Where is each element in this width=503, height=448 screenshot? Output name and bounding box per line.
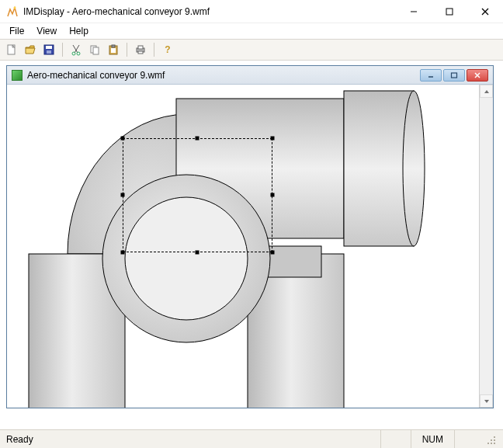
svg-point-0 [14,6,16,9]
document-title: Aero-mechanical conveyor 9.wmf [27,70,420,81]
selection-handle-nw[interactable] [121,137,125,141]
vertical-scrollbar[interactable] [480,85,493,408]
selection-handle-s[interactable] [196,251,199,255]
canvas[interactable] [7,85,480,408]
paste-button[interactable] [105,41,122,58]
svg-rect-38 [491,443,492,444]
maximize-button[interactable] [432,0,467,23]
svg-point-11 [72,52,75,55]
copy-button[interactable] [86,41,103,58]
svg-point-12 [77,52,80,55]
selection-handle-sw[interactable] [121,251,125,255]
status-empty-1 [380,430,411,448]
svg-rect-39 [494,443,495,444]
menu-help[interactable]: Help [63,24,95,38]
scroll-track[interactable] [480,98,493,394]
selection-handle-n[interactable] [196,137,199,141]
window-title: IMDisplay - Aero-mechanical conveyor 9.w… [23,6,396,17]
document-window-controls [420,69,488,82]
svg-rect-16 [112,45,115,47]
window-titlebar: IMDisplay - Aero-mechanical conveyor 9.w… [0,0,503,23]
toolbar-separator [127,43,127,57]
open-file-button[interactable] [22,41,39,58]
svg-rect-23 [452,73,457,78]
document-titlebar[interactable]: Aero-mechanical conveyor 9.wmf [7,66,493,85]
toolbar-separator [62,43,63,57]
menu-file[interactable]: File [3,24,30,38]
mdi-client-area: Aero-mechanical conveyor 9.wmf [0,61,503,429]
svg-rect-2 [446,9,453,15]
close-button[interactable] [467,0,503,23]
scroll-up-button[interactable] [480,85,493,98]
svg-rect-36 [494,439,495,441]
document-close-button[interactable] [467,69,488,82]
window-controls [396,0,503,23]
selection-marquee[interactable] [123,138,272,252]
minimize-button[interactable] [396,0,432,23]
menu-view[interactable]: View [30,24,63,38]
svg-point-28 [403,91,425,246]
svg-rect-14 [93,47,99,54]
document-minimize-button[interactable] [420,69,442,82]
save-button[interactable] [40,41,57,58]
toolbar: ? [0,39,503,61]
document-maximize-button[interactable] [443,69,465,82]
help-button[interactable]: ? [159,41,176,58]
resize-grip-icon[interactable] [484,433,497,446]
menu-bar: File View Help [0,23,503,39]
cut-button[interactable] [68,41,85,58]
svg-rect-35 [491,439,492,441]
status-empty-2 [454,430,484,448]
svg-rect-20 [138,51,143,54]
svg-text:?: ? [165,44,170,55]
new-file-button[interactable] [3,41,20,58]
app-icon [6,5,19,18]
document-icon [12,70,23,81]
selection-handle-e[interactable] [271,193,275,197]
status-ready: Ready [6,434,380,445]
svg-rect-19 [138,46,143,49]
print-button[interactable] [132,41,149,58]
scroll-down-button[interactable] [480,394,493,408]
selection-handle-se[interactable] [271,251,275,255]
svg-rect-34 [494,436,495,438]
status-bar: Ready NUM [0,429,503,448]
selection-handle-w[interactable] [121,193,125,197]
selection-handle-ne[interactable] [271,137,275,141]
toolbar-separator [154,43,154,57]
document-window[interactable]: Aero-mechanical conveyor 9.wmf [6,65,494,408]
svg-rect-7 [46,46,52,49]
svg-rect-8 [47,50,51,54]
svg-rect-17 [111,48,116,53]
svg-rect-37 [487,443,489,444]
document-client [7,85,493,408]
status-num: NUM [411,430,454,448]
